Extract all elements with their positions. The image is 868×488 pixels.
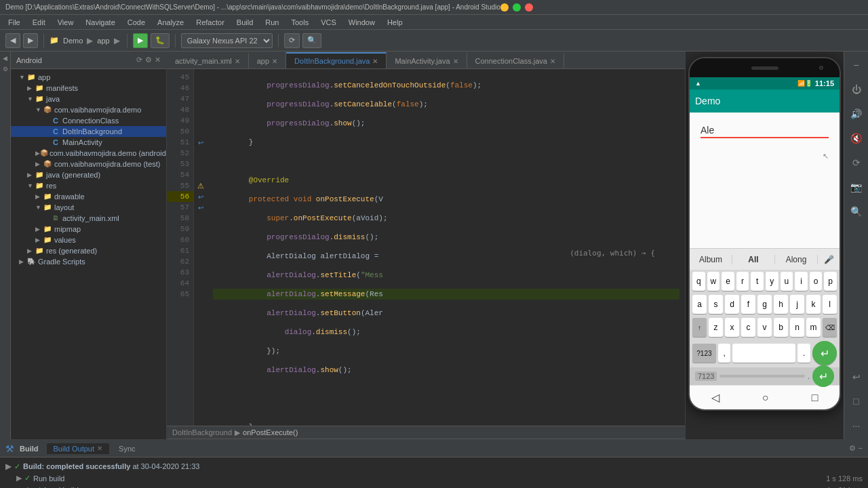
key-f[interactable]: f <box>741 295 755 314</box>
nav-home-button[interactable]: ○ <box>762 392 769 404</box>
key-7123[interactable]: 7123 <box>695 371 717 381</box>
device-back-icon[interactable]: ↩ <box>848 369 865 385</box>
sidebar-settings-icon[interactable]: ⚙ <box>145 56 152 64</box>
close-button[interactable] <box>525 3 533 12</box>
collapse-btn[interactable]: ◀ <box>1 54 9 62</box>
key-l[interactable]: l <box>823 295 837 314</box>
key-period-2[interactable]: . <box>808 372 810 380</box>
tab-close-activity[interactable]: ✕ <box>235 58 240 65</box>
maximize-button[interactable] <box>513 3 521 12</box>
tab-close-mainactivity[interactable]: ✕ <box>453 58 458 65</box>
key-z[interactable]: z <box>709 318 723 337</box>
sidebar-item-manifests[interactable]: ▶ 📁 manifests <box>11 83 166 94</box>
key-m[interactable]: m <box>806 318 821 337</box>
tab-close-build-output[interactable]: ✕ <box>97 445 102 452</box>
sidebar-item-package-androidtest[interactable]: ▶ 📦 com.vaibhavmojidra.demo (androidTest… <box>11 148 166 159</box>
sidebar-item-doitinbackground[interactable]: C DoItInBackground <box>11 126 166 137</box>
key-enter-2[interactable]: ↵ <box>812 365 834 387</box>
device-fullscreen-icon[interactable]: □ <box>848 393 865 409</box>
key-period[interactable]: . <box>797 344 810 363</box>
key-p[interactable]: p <box>824 272 837 291</box>
menu-analyze[interactable]: Analyze <box>152 17 189 28</box>
sidebar-item-res-generated[interactable]: ▶ 📁 res (generated) <box>11 245 166 256</box>
code-editor[interactable]: 45 46 47 48 49 50 51 ● 52 53 54 55 56 57… <box>167 69 685 426</box>
key-w[interactable]: w <box>707 272 720 291</box>
sidebar-close-icon[interactable]: ✕ <box>155 56 161 64</box>
menu-help[interactable]: Help <box>382 17 408 28</box>
key-g[interactable]: g <box>757 295 772 314</box>
forward-button[interactable]: ▶ <box>23 33 38 48</box>
key-backspace[interactable]: ⌫ <box>823 318 837 337</box>
search-button[interactable]: 🔍 <box>302 33 321 48</box>
key-x[interactable]: x <box>725 318 739 337</box>
sidebar-item-package-main[interactable]: ▼ 📦 com.vaibhavmojidra.demo <box>11 104 166 115</box>
tab-doitinbackground[interactable]: DoItInBackground.java ✕ <box>286 52 387 68</box>
tab-mainactivity[interactable]: MainActivity.java ✕ <box>387 52 467 68</box>
key-q[interactable]: q <box>692 272 705 291</box>
run-button[interactable]: ▶ <box>133 33 148 48</box>
device-screenshot-icon[interactable]: 📷 <box>848 179 865 195</box>
tab-activity-main-xml[interactable]: activity_main.xml ✕ <box>167 52 249 68</box>
menu-window[interactable]: Window <box>343 17 380 28</box>
sidebar-item-mipmap[interactable]: ▶ 📁 mipmap <box>11 224 166 235</box>
sync-button[interactable]: ⟳ <box>284 33 300 48</box>
tab-close-connectionclass[interactable]: ✕ <box>550 58 555 65</box>
key-a[interactable]: a <box>692 295 707 314</box>
menu-view[interactable]: View <box>52 17 79 28</box>
nav-recents-button[interactable]: □ <box>812 392 818 404</box>
minimize-button[interactable] <box>500 3 509 12</box>
device-volume-down-icon[interactable]: 🔇 <box>848 130 865 146</box>
key-t[interactable]: t <box>751 272 764 291</box>
key-enter[interactable]: ↵ <box>812 341 837 365</box>
sidebar-item-values[interactable]: ▶ 📁 values <box>11 235 166 245</box>
menu-navigate[interactable]: Navigate <box>80 17 120 28</box>
menu-vcs[interactable]: VCS <box>315 17 342 28</box>
suggestion-album[interactable]: Album <box>690 255 732 264</box>
sidebar-item-layout[interactable]: ▼ 📁 layout <box>11 202 166 213</box>
sidebar-item-package-test[interactable]: ▶ 📦 com.vaibhavmojidra.demo (test) <box>11 159 166 169</box>
key-e[interactable]: e <box>722 272 734 291</box>
microphone-icon[interactable]: 🎤 <box>818 255 840 264</box>
sidebar-item-java[interactable]: ▼ 📁 java <box>11 94 166 104</box>
device-more-icon[interactable]: ··· <box>848 418 865 434</box>
tab-sync[interactable]: Sync <box>112 443 142 454</box>
sidebar-item-drawable[interactable]: ▶ 📁 drawable <box>11 191 166 202</box>
sidebar-item-gradle-scripts[interactable]: ▶ 🐘 Gradle Scripts <box>11 256 166 267</box>
sidebar-item-java-generated[interactable]: ▶ 📁 java (generated) <box>11 169 166 180</box>
sidebar-item-res[interactable]: ▼ 📁 res <box>11 180 166 191</box>
menu-run[interactable]: Run <box>260 17 284 28</box>
key-y[interactable]: y <box>766 272 778 291</box>
build-close-icon[interactable]: − <box>859 444 863 453</box>
sidebar-sync-icon[interactable]: ⟳ <box>136 56 142 64</box>
key-b[interactable]: b <box>774 318 788 337</box>
key-shift[interactable]: ↑ <box>692 318 707 337</box>
key-k[interactable]: k <box>806 295 821 314</box>
sidebar-item-activity-main-xml[interactable]: 🗎 activity_main.xml <box>11 213 166 224</box>
menu-build[interactable]: Build <box>231 17 258 28</box>
menu-edit[interactable]: Edit <box>27 17 51 28</box>
key-u[interactable]: u <box>781 272 793 291</box>
key-d[interactable]: d <box>725 295 739 314</box>
debug-button[interactable]: 🐛 <box>151 33 170 48</box>
device-power-icon[interactable]: ⏻ <box>848 81 865 98</box>
tab-close-doitinbackground[interactable]: ✕ <box>372 58 378 65</box>
breadcrumb-class[interactable]: DoItInBackground <box>172 428 232 436</box>
key-i[interactable]: i <box>795 272 808 291</box>
sidebar-item-mainactivity[interactable]: C MainActivity <box>11 137 166 148</box>
tab-close-app[interactable]: ✕ <box>272 58 277 65</box>
key-r[interactable]: r <box>736 272 749 291</box>
suggestion-all[interactable]: All <box>732 255 775 264</box>
device-zoom-in-icon[interactable]: 🔍 <box>848 203 865 220</box>
nav-back-button[interactable]: ◁ <box>711 391 719 404</box>
phone-text-input[interactable] <box>701 123 829 138</box>
sidebar-item-app[interactable]: ▼ 📁 app <box>11 72 166 83</box>
sidebar-item-connection-class[interactable]: C ConnectionClass <box>11 115 166 126</box>
breadcrumb-method[interactable]: onPostExecute() <box>243 428 298 436</box>
tab-app[interactable]: app ✕ <box>249 52 286 68</box>
tab-connectionclass[interactable]: ConnectionClass.java ✕ <box>467 52 564 68</box>
key-comma[interactable]: , <box>718 344 731 363</box>
key-num-sym[interactable]: ?123 <box>692 344 716 363</box>
device-rotate-icon[interactable]: ⟳ <box>848 155 865 171</box>
menu-code[interactable]: Code <box>122 17 151 28</box>
menu-file[interactable]: File <box>3 17 26 28</box>
